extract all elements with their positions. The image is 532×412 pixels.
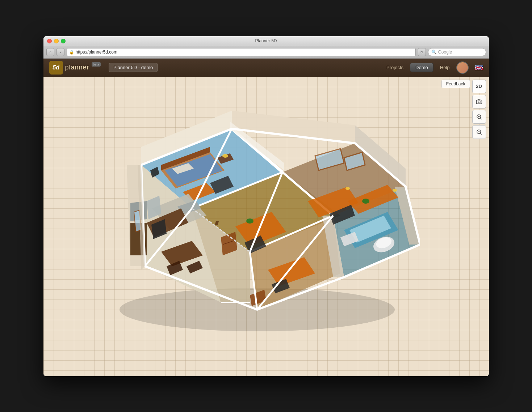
- svg-point-56: [362, 199, 369, 204]
- forward-button[interactable]: ›: [56, 48, 64, 56]
- floorplan-svg: [94, 100, 420, 353]
- browser-window: Planner 5D ‹ › 🔒 https://planner5d.com ↻…: [43, 36, 489, 376]
- help-link[interactable]: Help: [440, 65, 450, 70]
- svg-point-49: [246, 218, 254, 224]
- url-text: https://planner5d.com: [76, 50, 117, 55]
- logo-icon: 5d: [49, 61, 63, 75]
- lock-icon: 🔒: [69, 50, 74, 55]
- logo-text: planner: [65, 64, 89, 71]
- url-bar[interactable]: 🔒 https://planner5d.com: [67, 48, 416, 56]
- flag-icon[interactable]: 🇬🇧: [475, 65, 483, 70]
- avatar[interactable]: [456, 61, 469, 74]
- minimize-button[interactable]: [54, 39, 59, 43]
- svg-line-3: [480, 118, 482, 119]
- addressbar: ‹ › 🔒 https://planner5d.com ↻ 🔍 Google: [43, 46, 489, 59]
- canvas-area[interactable]: Feedback 2D: [43, 77, 489, 376]
- feedback-button[interactable]: Feedback: [441, 80, 470, 88]
- back-button[interactable]: ‹: [46, 48, 54, 56]
- search-icon: 🔍: [431, 50, 437, 55]
- logo-area: 5d planner beta: [49, 61, 101, 75]
- app-nav: Projects Demo Help 🇬🇧: [386, 61, 483, 74]
- projects-link[interactable]: Projects: [386, 65, 403, 70]
- svg-line-7: [480, 133, 482, 135]
- window-title: Planner 5D: [255, 38, 277, 43]
- floorplan: [94, 100, 420, 353]
- svg-point-58: [393, 189, 397, 192]
- svg-point-57: [345, 187, 350, 190]
- search-placeholder: Google: [438, 50, 452, 55]
- demo-button[interactable]: Demo: [410, 63, 433, 72]
- camera-icon: [476, 98, 482, 105]
- window-controls: [47, 39, 66, 43]
- zoom-in-icon: [476, 114, 482, 120]
- zoom-out-button[interactable]: [472, 125, 486, 139]
- refresh-button[interactable]: ↻: [418, 48, 426, 56]
- zoom-in-button[interactable]: [472, 110, 486, 124]
- view-2d-button[interactable]: 2D: [472, 80, 486, 93]
- project-name[interactable]: Planner 5D - demo: [109, 63, 158, 72]
- zoom-out-icon: [476, 129, 482, 135]
- svg-point-33: [222, 154, 228, 158]
- avatar-image: [457, 62, 468, 73]
- search-bar[interactable]: 🔍 Google: [428, 48, 486, 56]
- screenshot-button[interactable]: [472, 95, 486, 109]
- maximize-button[interactable]: [61, 39, 66, 43]
- close-button[interactable]: [47, 39, 52, 43]
- beta-badge: beta: [92, 62, 101, 67]
- titlebar: Planner 5D: [43, 36, 489, 46]
- right-toolbar: 2D: [472, 80, 486, 139]
- app-navbar: 5d planner beta Planner 5D - demo Projec…: [43, 59, 489, 77]
- svg-point-1: [478, 101, 480, 103]
